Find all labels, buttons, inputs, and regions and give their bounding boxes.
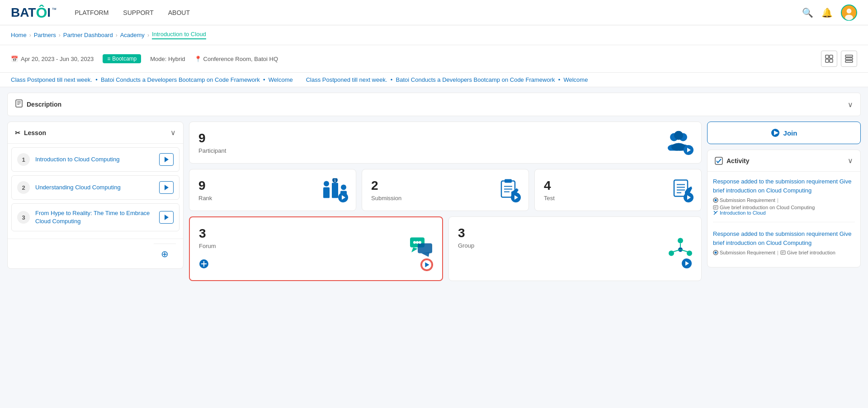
avatar[interactable]: [841, 5, 857, 21]
radio-icon-1: [713, 197, 718, 203]
join-label: Join: [783, 129, 797, 137]
test-arrow[interactable]: [683, 192, 694, 205]
lesson-item[interactable]: 1 Introduction to Cloud Computing: [11, 147, 179, 172]
search-icon[interactable]: 🔍: [802, 7, 813, 18]
participants-label: Participant: [198, 147, 692, 154]
test-count: 4: [544, 178, 692, 193]
svg-point-28: [324, 181, 329, 186]
activity-header[interactable]: Activity ∨: [708, 150, 860, 172]
meta-label-1: Give brief introduction on Cloud Computi…: [720, 205, 815, 210]
lesson-icon: ✂: [15, 129, 20, 136]
activity-meta-1: Submission Requirement | Give brief intr…: [713, 197, 855, 210]
main-layout: ✂ Lesson ∨ 1 Introduction to Cloud Compu…: [0, 122, 868, 288]
meta-type-1: Submission Requirement: [720, 197, 775, 203]
right-panel: Join Activity ∨ Response added to the su…: [707, 122, 861, 281]
forum-count: 3: [199, 226, 433, 241]
view-toggle-1[interactable]: [821, 51, 837, 67]
add-circle-icon: [199, 259, 209, 269]
lesson-nav-btn-2[interactable]: [159, 181, 174, 194]
lesson-item[interactable]: 2 Understanding Cloud Computing: [11, 175, 179, 200]
forum-icon: [410, 237, 433, 261]
bootcamp-icon: ≡: [107, 56, 110, 62]
list-icon: [845, 55, 853, 63]
group-count: 3: [458, 226, 692, 240]
lesson-chevron: ∨: [170, 128, 176, 137]
nav-support[interactable]: SUPPORT: [123, 9, 153, 16]
bootcamp-label: Bootcamp: [112, 56, 137, 62]
svg-point-80: [715, 252, 717, 254]
svg-rect-7: [845, 55, 853, 57]
meta-label-badge-2: Give brief introduction: [780, 250, 835, 255]
top-navigation: BAT Ô I ™ PLATFORM SUPPORT ABOUT 🔍 🔔: [0, 0, 868, 25]
activity-link-text-1: Introduction to Cloud: [720, 210, 766, 216]
activity-title-2[interactable]: Response added to the submission require…: [713, 230, 855, 247]
participants-arrow[interactable]: [683, 145, 694, 158]
view-toggle-2[interactable]: [841, 51, 857, 67]
arrow-circle-submission: [510, 192, 521, 203]
submission-count: 2: [371, 178, 519, 193]
activity-item: Response added to the submission require…: [713, 177, 855, 222]
lesson-nav-btn-1[interactable]: [159, 153, 174, 166]
lesson-items: 1 Introduction to Cloud Computing 2 Unde…: [8, 144, 183, 239]
meta-date: 📅 Apr 20, 2023 - Jun 30, 2023: [11, 56, 94, 62]
forum-group-row: 3 Forum: [189, 216, 702, 281]
lesson-num-2: 2: [17, 181, 30, 194]
lesson-more-arrow[interactable]: ⊕: [154, 244, 176, 264]
activity-link-1[interactable]: Introduction to Cloud: [713, 210, 855, 216]
join-button[interactable]: Join: [707, 122, 861, 144]
rank-card: 9 Rank 1: [189, 169, 356, 211]
breadcrumb-active: Introduction to Cloud: [152, 31, 206, 39]
meta-sep-1: |: [777, 197, 778, 203]
forum-add-icon[interactable]: [199, 259, 209, 271]
activity-meta-2: Submission Requirement | Give brief intr…: [713, 250, 855, 255]
breadcrumb-home[interactable]: Home: [11, 32, 27, 38]
join-icon: [771, 128, 780, 137]
nav-platform[interactable]: PLATFORM: [75, 9, 108, 16]
svg-rect-4: [830, 55, 833, 58]
svg-rect-9: [845, 61, 853, 62]
left-panel: ✂ Lesson ∨ 1 Introduction to Cloud Compu…: [7, 122, 184, 281]
rank-arrow[interactable]: [338, 192, 349, 205]
activity-title-1[interactable]: Response added to the submission require…: [713, 177, 855, 195]
radio-icon-2: [713, 250, 718, 255]
lesson-footer: ⊕: [8, 239, 183, 268]
svg-rect-50: [418, 243, 432, 253]
meta-badge-2: Submission Requirement: [713, 250, 775, 255]
svg-point-2: [845, 14, 853, 20]
description-bar[interactable]: Description ∨: [7, 93, 861, 116]
play-icon-1: [163, 156, 170, 163]
arrow-circle-rank: [338, 192, 349, 203]
bootcamp-badge: ≡ Bootcamp: [103, 54, 141, 63]
nav-about[interactable]: ABOUT: [168, 9, 190, 16]
breadcrumb-partner-dashboard[interactable]: Partner Dashboard: [63, 32, 113, 38]
meta-location: 📍 Conference Room, Batoi HQ: [194, 56, 278, 62]
svg-rect-35: [505, 179, 512, 183]
breadcrumb-partners[interactable]: Partners: [34, 32, 56, 38]
lesson-nav-btn-3[interactable]: [159, 211, 174, 224]
svg-point-30: [341, 184, 346, 190]
location-icon: 📍: [194, 56, 202, 62]
lesson-header[interactable]: ✂ Lesson ∨: [8, 122, 183, 144]
svg-rect-81: [781, 251, 785, 254]
activity-label: Activity: [726, 157, 750, 164]
description-chevron: ∨: [848, 100, 853, 109]
meta-sep-2: |: [777, 250, 778, 255]
forum-label: Forum: [199, 243, 433, 249]
breadcrumb-sep-2: ›: [59, 32, 61, 38]
play-icon-2: [163, 184, 170, 191]
svg-rect-5: [826, 59, 829, 62]
submission-arrow[interactable]: [510, 192, 521, 205]
bell-icon[interactable]: 🔔: [821, 7, 833, 18]
scissors-icon-1: [713, 210, 718, 216]
svg-point-52: [413, 241, 416, 244]
svg-point-1: [847, 9, 852, 14]
svg-point-73: [715, 199, 717, 202]
svg-rect-74: [713, 206, 718, 209]
svg-point-60: [678, 238, 683, 243]
activity-item: Response added to the submission require…: [713, 230, 855, 262]
avatar-image: [842, 5, 856, 21]
lesson-item[interactable]: 3 From Hype to Reality: The Time to Embr…: [11, 203, 179, 231]
breadcrumb-sep-3: ›: [116, 32, 118, 38]
lesson-title-3: From Hype to Reality: The Time to Embrac…: [35, 209, 154, 225]
breadcrumb-academy[interactable]: Academy: [120, 32, 145, 38]
